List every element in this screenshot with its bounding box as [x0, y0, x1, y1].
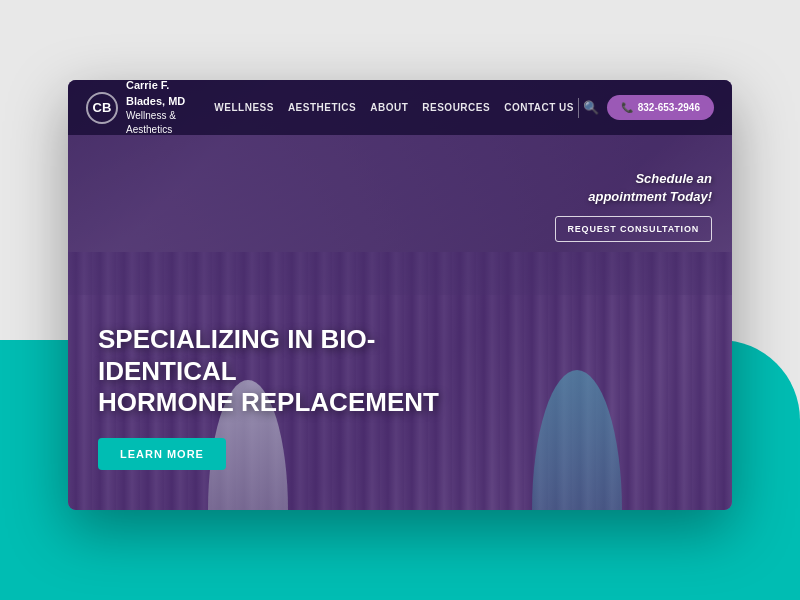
- nav-item-wellness[interactable]: WELLNESS: [214, 102, 274, 113]
- hero-content: SPECIALIZING IN BIO-IDENTICAL HORMONE RE…: [68, 80, 732, 510]
- nav-item-about[interactable]: ABOUT: [370, 102, 408, 113]
- nav-item-aesthetics[interactable]: AESTHETICS: [288, 102, 356, 113]
- logo-name: Carrie F. Blades, MD: [126, 80, 196, 109]
- headline-line2: HORMONE REPLACEMENT: [98, 387, 439, 417]
- logo-subtitle: Wellness & Aesthetics: [126, 109, 196, 137]
- schedule-text: Schedule anappointment Today!: [555, 170, 713, 206]
- phone-icon: 📞: [621, 102, 633, 113]
- phone-number: 832-653-2946: [638, 102, 700, 113]
- nav-item-resources[interactable]: RESOURCES: [422, 102, 490, 113]
- logo-text: Carrie F. Blades, MD Wellness & Aestheti…: [126, 80, 196, 137]
- learn-more-button[interactable]: LEARN MORE: [98, 438, 226, 470]
- logo-icon: CB: [86, 92, 118, 124]
- phone-button[interactable]: 📞 832-653-2946: [607, 95, 714, 120]
- nav-item-contact[interactable]: CONTACT US: [504, 102, 574, 113]
- request-consultation-button[interactable]: REQUEST CONSULTATION: [555, 216, 713, 242]
- website-card: CB Carrie F. Blades, MD Wellness & Aesth…: [68, 80, 732, 510]
- search-icon[interactable]: 🔍: [583, 100, 599, 115]
- logo-area: CB Carrie F. Blades, MD Wellness & Aesth…: [86, 80, 196, 137]
- logo-initials: CB: [93, 100, 112, 115]
- nav-links: WELLNESS AESTHETICS ABOUT RESOURCES CONT…: [214, 102, 574, 113]
- headline-line1: SPECIALIZING IN BIO-IDENTICAL: [98, 324, 375, 385]
- hero-headline: SPECIALIZING IN BIO-IDENTICAL HORMONE RE…: [98, 324, 478, 418]
- navbar: CB Carrie F. Blades, MD Wellness & Aesth…: [68, 80, 732, 135]
- cta-panel: Schedule anappointment Today! REQUEST CO…: [555, 170, 713, 242]
- nav-divider: [578, 98, 579, 118]
